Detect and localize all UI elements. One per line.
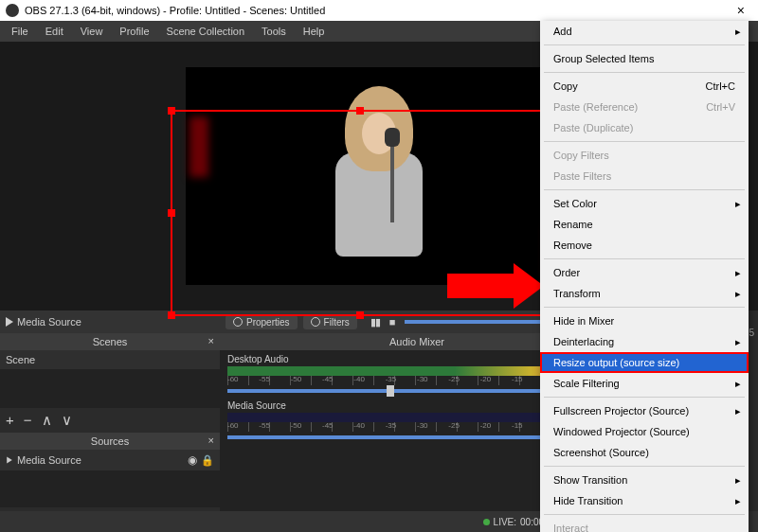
- submenu-arrow-icon: ▸: [735, 378, 741, 390]
- close-icon[interactable]: ×: [208, 335, 214, 346]
- scene-item[interactable]: Scene: [0, 350, 220, 369]
- menu-edit[interactable]: Edit: [38, 24, 71, 39]
- sources-list[interactable]: Media Source ◉ 🔒: [0, 450, 220, 507]
- menu-help[interactable]: Help: [296, 24, 333, 39]
- sources-panel-header: Sources×: [0, 433, 220, 450]
- close-icon[interactable]: ×: [730, 3, 752, 18]
- menu-view[interactable]: View: [73, 24, 111, 39]
- menu-file[interactable]: File: [4, 24, 36, 39]
- submenu-arrow-icon: ▸: [735, 267, 741, 279]
- visibility-icon[interactable]: ◉: [188, 453, 197, 467]
- submenu-arrow-icon: ▸: [735, 474, 741, 487]
- ctx-remove[interactable]: Remove: [540, 235, 749, 256]
- ctx-rename[interactable]: Rename: [540, 214, 749, 235]
- ctx-scale-filtering[interactable]: Scale Filtering▸: [540, 373, 749, 394]
- ctx-add[interactable]: Add▸: [540, 21, 749, 42]
- ctx-transform[interactable]: Transform▸: [540, 283, 749, 304]
- scenes-panel-header: Scenes×: [0, 333, 220, 350]
- menu-profile[interactable]: Profile: [112, 24, 156, 39]
- scenes-buttons: + − ∧ ∨: [0, 408, 220, 433]
- ctx-show-transition[interactable]: Show Transition▸: [540, 470, 749, 490]
- ctx-order[interactable]: Order▸: [540, 262, 749, 283]
- ctx-group-selected-items[interactable]: Group Selected Items: [540, 48, 749, 69]
- menu-scene-collection[interactable]: Scene Collection: [159, 24, 253, 39]
- lock-icon[interactable]: 🔒: [201, 454, 214, 467]
- preview-canvas: [186, 67, 572, 285]
- gear-icon: [233, 317, 243, 327]
- ctx-windowed-projector-source-[interactable]: Windowed Projector (Source): [540, 421, 749, 442]
- submenu-arrow-icon: ▸: [735, 288, 741, 300]
- ctx-interact: Interact: [540, 518, 749, 532]
- submenu-arrow-icon: ▸: [735, 336, 741, 348]
- ctx-fullscreen-projector-source-[interactable]: Fullscreen Projector (Source)▸: [540, 400, 749, 421]
- move-down-button[interactable]: ∨: [62, 412, 72, 429]
- remove-scene-button[interactable]: −: [24, 412, 32, 429]
- properties-button[interactable]: Properties: [226, 315, 298, 329]
- ctx-screenshot-source-[interactable]: Screenshot (Source): [540, 442, 749, 463]
- window-titlebar: OBS 27.1.3 (64-bit, windows) - Profile: …: [0, 0, 758, 21]
- move-up-button[interactable]: ∧: [42, 412, 52, 429]
- source-item[interactable]: Media Source ◉ 🔒: [0, 450, 220, 470]
- submenu-arrow-icon: ▸: [735, 405, 741, 417]
- play-media-button[interactable]: Media Source: [6, 316, 81, 328]
- media-controls-toolbar: Media Source: [0, 310, 220, 333]
- filters-button[interactable]: Filters: [303, 315, 357, 329]
- gear-icon: [311, 317, 320, 327]
- app-icon: [6, 4, 19, 17]
- ctx-copy[interactable]: CopyCtrl+C: [540, 76, 749, 97]
- ctx-paste-duplicate-: Paste (Duplicate): [540, 117, 749, 138]
- stop-icon[interactable]: ■: [389, 316, 396, 328]
- menu-tools[interactable]: Tools: [254, 24, 294, 39]
- add-scene-button[interactable]: +: [6, 412, 14, 429]
- ctx-hide-in-mixer[interactable]: Hide in Mixer: [540, 310, 749, 331]
- ctx-resize-output-source-size-[interactable]: Resize output (source size): [540, 352, 749, 373]
- media-source-label: Media Source: [17, 316, 81, 328]
- play-icon: [6, 317, 13, 327]
- submenu-arrow-icon: ▸: [735, 198, 741, 210]
- annotation-arrow-icon: [447, 263, 544, 309]
- scenes-list[interactable]: Scene: [0, 350, 220, 408]
- window-title: OBS 27.1.3 (64-bit, windows) - Profile: …: [25, 5, 325, 16]
- close-icon[interactable]: ×: [208, 434, 214, 446]
- expand-icon: [7, 457, 12, 464]
- ctx-copy-filters: Copy Filters: [540, 145, 749, 166]
- ctx-paste-filters: Paste Filters: [540, 166, 749, 186]
- context-menu: Add▸Group Selected ItemsCopyCtrl+CPaste …: [540, 21, 749, 532]
- ctx-set-color[interactable]: Set Color▸: [540, 193, 749, 214]
- submenu-arrow-icon: ▸: [735, 26, 741, 38]
- ctx-paste-reference-: Paste (Reference)Ctrl+V: [540, 97, 749, 117]
- pause-icon[interactable]: ▮▮: [370, 316, 380, 328]
- ctx-deinterlacing[interactable]: Deinterlacing▸: [540, 331, 749, 352]
- submenu-arrow-icon: ▸: [735, 495, 741, 507]
- ctx-hide-transition[interactable]: Hide Transition▸: [540, 490, 749, 511]
